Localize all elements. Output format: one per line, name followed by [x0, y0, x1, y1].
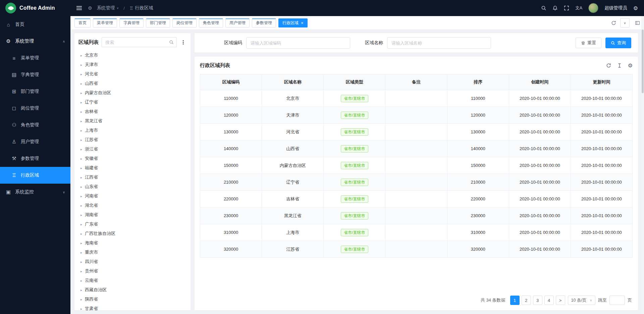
caret-right-icon[interactable]: ▸ — [80, 72, 82, 76]
bell-icon[interactable] — [552, 5, 558, 11]
tab-3[interactable]: 部门管理 — [146, 18, 170, 27]
sidebar-item-home[interactable]: ⌂ 首页 — [0, 16, 70, 33]
jump-page-input[interactable] — [609, 296, 625, 305]
sidebar-item-post-mgmt[interactable]: ◻ 岗位管理 — [0, 100, 70, 117]
caret-right-icon[interactable]: ▸ — [80, 129, 82, 132]
caret-right-icon[interactable]: ▸ — [80, 251, 82, 254]
tree-item[interactable]: ▸陕西省 — [78, 295, 186, 304]
table-row[interactable]: 150000内蒙古自治区省市/直辖市1500002020-10-01 00:00… — [200, 157, 633, 174]
refresh-icon[interactable] — [611, 20, 616, 25]
region-name-input[interactable] — [387, 37, 491, 49]
caret-right-icon[interactable]: ▸ — [80, 101, 82, 104]
caret-right-icon[interactable]: ▸ — [80, 279, 82, 282]
tree-item[interactable]: ▸江西省 — [78, 173, 186, 182]
caret-right-icon[interactable]: ▸ — [80, 298, 82, 301]
avatar[interactable] — [588, 3, 598, 13]
table-row[interactable]: 130000河北省省市/直辖市1300002020-10-01 00:00:00… — [200, 124, 633, 140]
caret-right-icon[interactable]: ▸ — [80, 91, 82, 95]
caret-right-icon[interactable]: ▸ — [80, 232, 82, 236]
page-button-4[interactable]: 4 — [544, 296, 554, 305]
sidebar-item-dept-mgmt[interactable]: ⊞ 部门管理 — [0, 83, 70, 100]
more-options-icon[interactable]: ⋮ — [180, 39, 186, 46]
caret-right-icon[interactable]: ▸ — [80, 63, 82, 67]
tree-item[interactable]: ▸辽宁省 — [78, 98, 186, 107]
search-icon[interactable] — [169, 40, 174, 45]
tree-item[interactable]: ▸福建省 — [78, 163, 186, 173]
tab-6[interactable]: 用户管理 — [225, 18, 250, 27]
caret-right-icon[interactable]: ▸ — [80, 147, 82, 151]
table-row[interactable]: 310000上海市省市/直辖市3100002020-10-01 00:00:00… — [200, 224, 633, 241]
table-row[interactable]: 110000北京市省市/直辖市1100002020-10-01 00:00:00… — [200, 90, 633, 107]
translate-icon[interactable]: 文A — [575, 5, 582, 11]
caret-right-icon[interactable]: ▸ — [80, 166, 82, 170]
tab-0[interactable]: 首页 — [74, 18, 91, 27]
tree-item[interactable]: ▸浙江省 — [78, 144, 186, 154]
caret-right-icon[interactable]: ▸ — [80, 260, 82, 264]
caret-right-icon[interactable]: ▸ — [80, 213, 82, 217]
menu-toggle-icon[interactable] — [76, 5, 83, 11]
caret-right-icon[interactable]: ▸ — [80, 204, 82, 207]
search-icon[interactable] — [541, 5, 546, 11]
sidebar-item-monitor[interactable]: ▣ 系统监控 ∨ — [0, 184, 70, 200]
tree-search-input[interactable] — [105, 40, 167, 45]
next-page-button[interactable]: > — [556, 296, 565, 305]
page-button-3[interactable]: 3 — [533, 296, 542, 305]
tree-item[interactable]: ▸湖南省 — [78, 210, 186, 219]
table-row[interactable]: 230000黑龙江省省市/直辖市2300002020-10-01 00:00:0… — [200, 207, 633, 224]
tree-item[interactable]: ▸上海市 — [78, 126, 186, 135]
tree-item[interactable]: ▸海南省 — [78, 238, 186, 248]
app-logo[interactable]: Coffee Admin — [0, 0, 70, 16]
sidebar-item-region[interactable]: ♖ 行政区域 — [0, 167, 70, 184]
table-row[interactable]: 320000江苏省省市/直辖市3200002020-10-01 00:00:00… — [200, 241, 633, 258]
tabs-dropdown-button[interactable]: ∨ — [620, 18, 630, 27]
tree-item[interactable]: ▸广西壮族自治区 — [78, 229, 186, 238]
settings-gear-icon[interactable]: ⚙ — [633, 5, 638, 11]
page-button-2[interactable]: 2 — [522, 296, 531, 305]
sidebar-item-dict-mgmt[interactable]: ▤ 字典管理 — [0, 66, 70, 83]
caret-right-icon[interactable]: ▸ — [80, 241, 82, 245]
caret-right-icon[interactable]: ▸ — [80, 288, 82, 292]
caret-right-icon[interactable]: ▸ — [80, 176, 82, 179]
region-code-input[interactable] — [246, 37, 350, 49]
tree-item[interactable]: ▸天津市 — [78, 60, 186, 69]
tree-item[interactable]: ▸河南省 — [78, 191, 186, 201]
table-row[interactable]: 120000天津市省市/直辖市1200002020-10-01 00:00:00… — [200, 107, 633, 124]
tab-1[interactable]: 菜单管理 — [93, 18, 117, 27]
row-density-icon[interactable] — [617, 63, 622, 68]
caret-right-icon[interactable]: ▸ — [80, 223, 82, 226]
page-size-select[interactable]: 10 条/页 ∨ — [568, 296, 595, 305]
fullscreen-icon[interactable] — [564, 5, 569, 11]
sidebar-item-user-mgmt[interactable]: ♙ 用户管理 — [0, 133, 70, 150]
tab-5[interactable]: 角色管理 — [199, 18, 223, 27]
tree-item[interactable]: ▸吉林省 — [78, 107, 186, 116]
tree-item[interactable]: ▸重庆市 — [78, 248, 186, 257]
username[interactable]: 超级管理员 — [604, 5, 627, 11]
tree-item[interactable]: ▸安徽省 — [78, 154, 186, 163]
tab-4[interactable]: 岗位管理 — [172, 18, 197, 27]
caret-right-icon[interactable]: ▸ — [80, 119, 82, 123]
tree-item[interactable]: ▸北京市 — [78, 51, 186, 60]
caret-right-icon[interactable]: ▸ — [80, 194, 82, 198]
caret-right-icon[interactable]: ▸ — [80, 110, 82, 114]
tree-item[interactable]: ▸湖北省 — [78, 201, 186, 210]
tree-item[interactable]: ▸四川省 — [78, 257, 186, 266]
caret-right-icon[interactable]: ▸ — [80, 269, 82, 273]
caret-right-icon[interactable]: ▸ — [80, 138, 82, 142]
tree-item[interactable]: ▸云南省 — [78, 276, 186, 285]
sidebar-item-menu-mgmt[interactable]: ≡ 菜单管理 — [0, 50, 70, 66]
caret-right-icon[interactable]: ▸ — [80, 185, 82, 189]
table-row[interactable]: 210000辽宁省省市/直辖市2100002020-10-01 00:00:00… — [200, 174, 633, 191]
table-row[interactable]: 140000山西省省市/直辖市1400002020-10-01 00:00:00… — [200, 140, 633, 157]
tab-8[interactable]: 行政区域× — [278, 18, 308, 27]
tree-item[interactable]: ▸贵州省 — [78, 266, 186, 276]
tree-item[interactable]: ▸山西省 — [78, 79, 186, 88]
page-button-1[interactable]: 1 — [510, 296, 520, 305]
caret-right-icon[interactable]: ▸ — [80, 307, 82, 311]
tree-item[interactable]: ▸河北省 — [78, 69, 186, 79]
sidebar-item-param-mgmt[interactable]: ⚒ 参数管理 — [0, 150, 70, 167]
caret-right-icon[interactable]: ▸ — [80, 82, 82, 85]
sidebar-item-role-mgmt[interactable]: ⚇ 角色管理 — [0, 117, 70, 133]
scrollbar-thumb[interactable] — [642, 29, 644, 93]
tree-item[interactable]: ▸西藏自治区 — [78, 285, 186, 295]
tree-item[interactable]: ▸江苏省 — [78, 135, 186, 144]
